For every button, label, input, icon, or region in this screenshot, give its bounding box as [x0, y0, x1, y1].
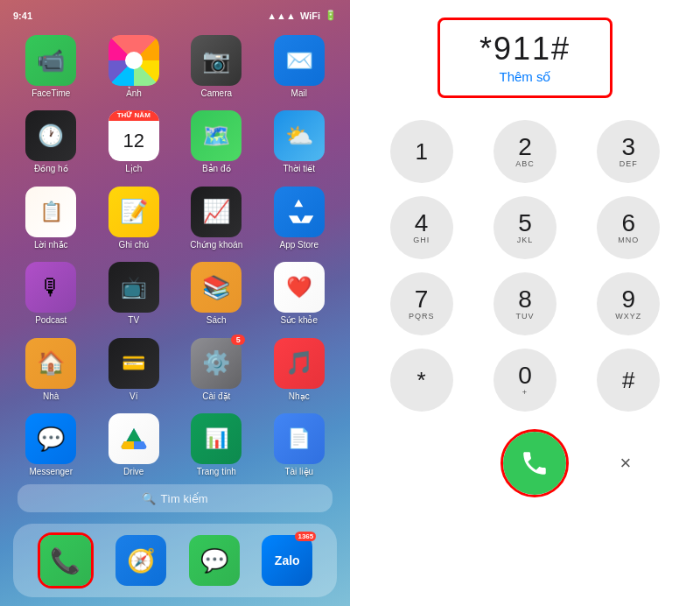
- dock-messages[interactable]: 💬: [189, 535, 240, 586]
- key-number: 8: [518, 287, 532, 312]
- key-star[interactable]: *: [390, 349, 453, 412]
- delete-button[interactable]: ×: [604, 441, 648, 485]
- app-icon-clock[interactable]: 🕐Đồng hồ: [13, 110, 89, 179]
- app-icon-drive[interactable]: Drive: [96, 413, 172, 477]
- key-1[interactable]: 1: [390, 120, 453, 183]
- app-icon-maps[interactable]: 🗺️Bản đồ: [178, 110, 255, 179]
- app-icon-tv[interactable]: 📺TV: [96, 262, 172, 330]
- app-label-settings: Cài đặt: [202, 391, 230, 402]
- app-label-podcasts: Podcast: [35, 315, 66, 326]
- key-letters: GHI: [413, 236, 430, 244]
- app-label-drive: Drive: [123, 467, 144, 477]
- key-4[interactable]: 4 GHI: [390, 196, 453, 259]
- status-time: 9:41: [13, 11, 32, 21]
- search-label: Tìm kiếm: [160, 492, 207, 505]
- key-6[interactable]: 6 MNO: [597, 196, 660, 259]
- app-icon-wallet[interactable]: 💳Ví: [96, 338, 172, 406]
- status-bar: 9:41 ▲▲▲ WiFi 🔋: [0, 0, 350, 26]
- messages-icon: 💬: [189, 535, 240, 586]
- app-label-tv: TV: [128, 315, 139, 326]
- app-label-stocks: Chứng khoán: [190, 240, 242, 250]
- app-label-clock: Đồng hồ: [34, 164, 68, 174]
- key-number: 7: [415, 287, 429, 312]
- key-number: 6: [622, 211, 636, 236]
- app-icon-stocks[interactable]: 📈Chứng khoán: [178, 187, 255, 255]
- key-number: 0: [518, 363, 532, 388]
- key-symbol: *: [417, 367, 426, 394]
- app-icon-messenger[interactable]: 💬Messenger: [13, 413, 89, 477]
- call-button-wrapper: [500, 429, 569, 497]
- app-icon-home[interactable]: 🏠Nhà: [13, 338, 89, 406]
- app-label-calendar: Lịch: [125, 164, 142, 174]
- key-symbol: #: [622, 367, 634, 394]
- call-button[interactable]: [503, 432, 566, 495]
- search-icon: 🔍: [142, 492, 156, 505]
- app-icon-health[interactable]: ❤️Sức khỏe: [262, 262, 338, 330]
- app-label-docs: Tài liệu: [284, 467, 313, 477]
- search-bar[interactable]: 🔍 Tìm kiếm: [18, 484, 332, 512]
- key-letters: DEF: [620, 160, 638, 168]
- add-number-label[interactable]: Thêm số: [466, 69, 584, 85]
- dialer-screen: *911# Thêm số 12 ABC3 DEF4 GHI5 JKL6 MNO…: [350, 0, 700, 606]
- app-icon-mail[interactable]: ✉️Mail: [262, 35, 338, 103]
- app-icon-appstore[interactable]: App Store: [262, 187, 338, 255]
- dock-zalo[interactable]: Zalo 1365: [262, 535, 312, 586]
- app-icon-weather[interactable]: ⛅Thời tiết: [262, 110, 338, 179]
- app-icon-books[interactable]: 📚Sách: [178, 262, 255, 330]
- app-label-sheets: Trang tính: [197, 467, 236, 477]
- app-icon-photos[interactable]: Ảnh: [96, 35, 172, 103]
- delete-icon: ×: [620, 452, 632, 475]
- key-number: 3: [622, 135, 636, 159]
- app-icon-docs[interactable]: 📄Tài liệu: [262, 413, 338, 477]
- app-icon-settings[interactable]: ⚙️5Cài đặt: [178, 338, 255, 406]
- key-letters: +: [522, 389, 528, 397]
- app-icon-facetime[interactable]: 📹FaceTime: [13, 35, 89, 103]
- dialer-actions: ×: [350, 429, 700, 497]
- key-symbol: 1: [415, 138, 427, 166]
- key-9[interactable]: 9 WXYZ: [597, 272, 660, 335]
- key-letters: ABC: [515, 160, 535, 168]
- app-icon-sheets[interactable]: 📊Trang tính: [178, 413, 255, 477]
- key-letters: WXYZ: [615, 313, 641, 321]
- key-5[interactable]: 5 JKL: [494, 196, 556, 259]
- key-7[interactable]: 7 PQRS: [390, 272, 453, 335]
- app-label-mail: Mail: [291, 88, 307, 99]
- key-number: 2: [518, 135, 532, 159]
- app-icon-music[interactable]: 🎵Nhạc: [262, 338, 338, 406]
- dock-safari[interactable]: 🧭: [116, 535, 166, 586]
- status-icons: ▲▲▲ WiFi 🔋: [267, 10, 337, 21]
- key-letters: MNO: [618, 236, 639, 244]
- app-label-weather: Thời tiết: [284, 164, 315, 174]
- app-label-reminders: Lời nhắc: [34, 240, 68, 250]
- key-letters: JKL: [517, 236, 534, 244]
- key-number: 4: [415, 211, 429, 236]
- zalo-icon: Zalo 1365: [262, 535, 312, 586]
- key-2[interactable]: 2 ABC: [494, 120, 556, 183]
- key-3[interactable]: 3 DEF: [597, 120, 660, 183]
- app-label-messenger: Messenger: [30, 467, 73, 477]
- dock-phone[interactable]: 📞: [38, 532, 94, 588]
- app-label-music: Nhạc: [289, 391, 310, 402]
- signal-icon: ▲▲▲: [267, 11, 296, 21]
- app-icon-reminders[interactable]: 📋Lời nhắc: [13, 187, 89, 255]
- key-hash[interactable]: #: [597, 349, 660, 412]
- app-icon-podcasts[interactable]: 🎙Podcast: [13, 262, 89, 330]
- app-icon-calendar[interactable]: THỨ NĂM 12 Lịch: [96, 110, 172, 179]
- safari-icon: 🧭: [116, 535, 166, 586]
- iphone-screen: 9:41 ▲▲▲ WiFi 🔋 📹FaceTime Ảnh📷Camera✉️Ma…: [0, 0, 350, 606]
- key-letters: PQRS: [409, 313, 435, 321]
- app-grid: 📹FaceTime Ảnh📷Camera✉️Mail🕐Đồng hồ THỨ N…: [0, 31, 350, 477]
- app-label-home: Nhà: [43, 391, 59, 402]
- dialer-number-box: *911# Thêm số: [438, 18, 612, 98]
- app-icon-camera[interactable]: 📷Camera: [178, 35, 255, 103]
- app-label-maps: Bản đồ: [202, 164, 231, 174]
- key-letters: TUV: [515, 313, 534, 321]
- app-label-wallet: Ví: [130, 391, 137, 402]
- key-0[interactable]: 0 +: [494, 349, 556, 412]
- app-label-facetime: FaceTime: [32, 88, 70, 99]
- keypad: 12 ABC3 DEF4 GHI5 JKL6 MNO7 PQRS8 TUV9: [350, 120, 700, 412]
- key-8[interactable]: 8 TUV: [494, 272, 556, 335]
- app-icon-notes[interactable]: 📝Ghi chú: [96, 187, 172, 255]
- app-label-notes: Ghi chú: [119, 240, 149, 250]
- wifi-icon: WiFi: [300, 11, 320, 21]
